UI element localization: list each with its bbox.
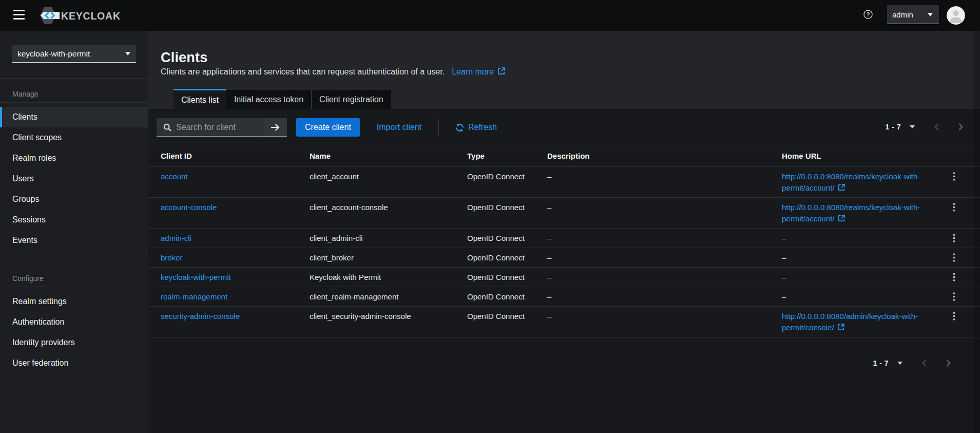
client-type-cell: OpenID Connect xyxy=(455,307,535,337)
sidebar-item-sessions[interactable]: Sessions xyxy=(0,210,148,230)
page-subtitle: Clients are applications and services th… xyxy=(148,66,980,77)
toolbar-divider xyxy=(438,119,439,136)
client-name-cell: Keycloak with Permit xyxy=(297,268,455,287)
client-description-cell: – xyxy=(535,198,770,229)
row-kebab-menu[interactable] xyxy=(950,171,958,182)
table-row: realm-managementclient_realm-managementO… xyxy=(148,287,980,307)
search-field xyxy=(157,118,263,137)
column-header-description: Description xyxy=(535,145,770,167)
sidebar-item-users[interactable]: Users xyxy=(0,168,148,189)
client-description-cell: – xyxy=(535,287,770,307)
hamburger-menu-icon[interactable] xyxy=(13,10,25,20)
search-submit-button[interactable] xyxy=(263,118,287,137)
main-content: Clients Clients are applications and ser… xyxy=(148,31,980,433)
kebab-icon xyxy=(953,312,955,321)
client-name-cell: client_realm-management xyxy=(297,287,455,307)
help-icon[interactable]: ? xyxy=(861,7,875,22)
home-url-link[interactable]: http://0.0.0.0:8080/admin/keycloak-with-… xyxy=(782,312,918,332)
row-kebab-menu[interactable] xyxy=(950,311,958,322)
external-link-icon xyxy=(497,67,505,75)
page-title: Clients xyxy=(148,31,980,66)
brand-text: KEYCLOAK xyxy=(61,10,120,22)
kebab-icon xyxy=(953,234,955,242)
pagination-next-button[interactable] xyxy=(946,360,951,367)
home-url-link[interactable]: http://0.0.0.0:8080/realms/keycloak-with… xyxy=(782,203,920,223)
keycloak-logo: KEYCLOAK xyxy=(40,6,120,25)
row-kebab-menu[interactable] xyxy=(950,272,958,283)
create-client-button[interactable]: Create client xyxy=(296,118,360,137)
home-url-link[interactable]: http://0.0.0.0:8080/realms/keycloak-with… xyxy=(782,172,920,192)
tabs: Clients listInitial access tokenClient r… xyxy=(174,89,391,109)
chevron-right-icon xyxy=(958,123,963,130)
sidebar-item-client-scopes[interactable]: Client scopes xyxy=(0,127,148,148)
table-row: admin-cliclient_admin-cliOpenID Connect–… xyxy=(148,229,980,248)
home-url-cell: http://0.0.0.0:8080/realms/keycloak-with… xyxy=(770,198,931,229)
client-type-cell: OpenID Connect xyxy=(455,287,535,307)
pagination-range: 1 - 7 xyxy=(885,123,901,131)
pagination-menu-toggle[interactable] xyxy=(910,125,915,128)
client-id-link[interactable]: account xyxy=(161,172,188,181)
pagination-prev-button[interactable] xyxy=(934,123,939,130)
sidebar-item-authentication[interactable]: Authentication xyxy=(0,312,148,332)
row-kebab-menu[interactable] xyxy=(950,202,958,213)
client-type-cell: OpenID Connect xyxy=(455,167,535,198)
sidebar: keycloak-with-permit ManageClientsClient… xyxy=(0,31,148,433)
import-client-link[interactable]: Import client xyxy=(377,118,421,137)
bottom-pagination-area: 1 - 7 xyxy=(148,337,980,379)
kebab-icon xyxy=(953,203,955,212)
client-id-link[interactable]: keycloak-with-permit xyxy=(161,273,231,281)
client-description-cell: – xyxy=(535,248,770,268)
nav-section-configure: ConfigureRealm settingsAuthenticationIde… xyxy=(0,268,148,373)
client-id-link[interactable]: realm-management xyxy=(161,292,227,301)
external-link-icon xyxy=(837,324,844,331)
sidebar-item-groups[interactable]: Groups xyxy=(0,189,148,210)
row-kebab-menu[interactable] xyxy=(950,233,958,243)
client-name-cell: client_account-console xyxy=(297,198,455,229)
learn-more-label: Learn more xyxy=(452,67,494,76)
kebab-icon xyxy=(953,172,955,181)
scrollbar[interactable] xyxy=(973,31,980,433)
avatar[interactable] xyxy=(947,6,965,25)
client-description-cell: – xyxy=(535,268,770,287)
page-body: Create client Import client Refresh 1 - … xyxy=(148,109,980,379)
sidebar-item-realm-roles[interactable]: Realm roles xyxy=(0,148,148,168)
toolbar: Create client Import client Refresh 1 - … xyxy=(148,109,980,145)
tab-initial-access-token[interactable]: Initial access token xyxy=(226,90,311,109)
tab-client-registration[interactable]: Client registration xyxy=(311,90,391,109)
table-row: brokerclient_brokerOpenID Connect–– xyxy=(148,248,980,268)
client-id-link[interactable]: security-admin-console xyxy=(161,312,240,321)
user-menu-dropdown[interactable]: admin xyxy=(887,5,939,24)
client-id-link[interactable]: admin-cli xyxy=(161,234,191,242)
sidebar-item-clients[interactable]: Clients xyxy=(0,107,148,127)
clients-table: Client IDNameTypeDescriptionHome URL acc… xyxy=(148,145,980,337)
client-id-link[interactable]: account-console xyxy=(161,203,217,212)
sidebar-item-events[interactable]: Events xyxy=(0,230,148,251)
page-subtitle-text: Clients are applications and services th… xyxy=(161,67,445,76)
search-input[interactable] xyxy=(176,123,258,132)
sidebar-item-user-federation[interactable]: User federation xyxy=(0,353,148,373)
row-kebab-menu[interactable] xyxy=(950,291,958,302)
table-row: accountclient_accountOpenID Connect–http… xyxy=(148,167,980,198)
home-url-cell: http://0.0.0.0:8080/admin/keycloak-with-… xyxy=(770,307,931,337)
table-row: account-consoleclient_account-consoleOpe… xyxy=(148,198,980,229)
realm-selector-dropdown[interactable]: keycloak-with-permit xyxy=(12,45,136,63)
caret-down-icon xyxy=(125,52,130,55)
pagination-prev-button[interactable] xyxy=(922,360,927,367)
client-name-cell: client_account xyxy=(297,167,455,198)
pagination-next-button[interactable] xyxy=(958,123,963,130)
column-header-type: Type xyxy=(455,145,535,167)
search-group xyxy=(157,118,287,137)
refresh-link[interactable]: Refresh xyxy=(455,118,497,137)
pagination-menu-toggle[interactable] xyxy=(897,362,902,365)
external-link-icon xyxy=(838,215,845,222)
client-id-link[interactable]: broker xyxy=(161,253,183,262)
client-name-cell: client_admin-cli xyxy=(297,229,455,248)
row-kebab-menu[interactable] xyxy=(950,252,958,263)
sidebar-item-realm-settings[interactable]: Realm settings xyxy=(0,291,148,312)
sidebar-item-identity-providers[interactable]: Identity providers xyxy=(0,332,148,353)
home-url-cell: http://0.0.0.0:8080/realms/keycloak-with… xyxy=(770,167,931,198)
caret-down-icon xyxy=(910,125,915,128)
learn-more-link[interactable]: Learn more xyxy=(452,67,505,76)
column-header-name: Name xyxy=(297,145,455,167)
tab-clients-list[interactable]: Clients list xyxy=(174,89,226,109)
